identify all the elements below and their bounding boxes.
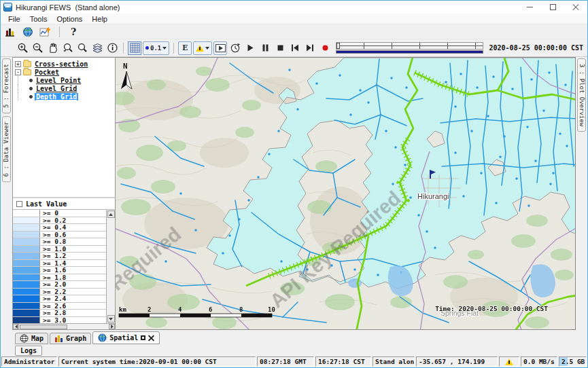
zoom-out-icon [32, 42, 44, 54]
menu-item[interactable]: Help [87, 15, 112, 23]
tree-row[interactable]: - Pocket [14, 68, 115, 76]
hscroll-thumb[interactable] [20, 325, 67, 329]
title-bar: Hikurangi FEWS (Stand alone) [1, 1, 587, 14]
menu-item[interactable]: Tools [25, 15, 52, 23]
scroll-down-button[interactable] [107, 315, 115, 323]
close-button[interactable] [564, 1, 587, 14]
skip-to-end-button[interactable] [303, 41, 317, 55]
zoom-next-button[interactable] [75, 41, 89, 55]
tab-graph[interactable]: Graph [50, 333, 91, 344]
zoom-out-button[interactable] [31, 41, 44, 55]
legend-row[interactable]: >= 2.8 [13, 310, 106, 317]
tab-map-label: Map [31, 335, 44, 342]
tree-row[interactable]: Level Grid [14, 84, 115, 92]
maximize-button[interactable] [541, 1, 564, 14]
skip-to-start-button[interactable] [288, 41, 302, 55]
legend-color-swatch [13, 317, 40, 324]
undock-tab-icon[interactable] [141, 335, 145, 340]
timeseries-button[interactable] [39, 25, 52, 39]
legend-color-swatch [13, 267, 40, 274]
layers-button[interactable] [90, 41, 104, 55]
legend-color-swatch [13, 224, 40, 231]
tree-node-label[interactable]: Level Point [35, 77, 82, 84]
layers-panel: + Cross-section - Pocket Level P [12, 57, 116, 330]
zoom-in-button[interactable] [16, 41, 29, 55]
menu-item[interactable]: File [3, 15, 25, 23]
expander-collapsed-icon[interactable]: + [15, 61, 21, 67]
warning-triangle-icon[interactable] [505, 358, 513, 365]
legend-row[interactable]: >= 3.0 [13, 317, 106, 324]
play-button[interactable] [243, 41, 257, 55]
time-slider[interactable] [336, 41, 483, 56]
help-button[interactable]: ? [67, 25, 80, 39]
record-icon [322, 44, 329, 52]
time-slider-handle[interactable] [336, 43, 340, 49]
bar-chart-icon [5, 26, 16, 37]
logs-panel-tab[interactable]: Logs [15, 346, 42, 356]
dock-tab[interactable]: 6 : Data Viewer [2, 116, 11, 182]
record-button[interactable] [318, 41, 332, 55]
scroll-left-button[interactable] [13, 324, 19, 329]
legend-hscrollbar[interactable] [13, 323, 115, 329]
legend-row-label: >= 1.4 [40, 260, 106, 267]
explorer-button[interactable] [3, 25, 17, 39]
labels-toggle[interactable]: E [178, 41, 192, 55]
legend-row[interactable]: >= 2.0 [13, 281, 106, 289]
legend-row[interactable]: >= 1.6 [13, 267, 106, 274]
left-tab-strip: 5 : Forecast6 : Data Viewer [1, 57, 12, 356]
tab-map[interactable]: Map [15, 333, 48, 344]
stop-button[interactable] [273, 41, 287, 55]
pan-button[interactable] [46, 41, 59, 55]
tree-node-label[interactable]: Pocket [33, 69, 60, 76]
animation-panel-button[interactable] [213, 41, 227, 55]
info-button[interactable] [105, 41, 119, 55]
tab-spatial[interactable]: Spatial [92, 331, 160, 344]
spatial-map-canvas[interactable]: API Key Required API Key Required Hikura… [116, 58, 576, 330]
arrow-left-icon [15, 325, 18, 329]
legend-row[interactable]: >= 0 [13, 210, 106, 217]
spatial-display-button[interactable] [21, 25, 35, 39]
zoom-in-icon [17, 42, 29, 54]
animation-settings-button[interactable] [228, 41, 242, 55]
north-label: N [123, 62, 128, 71]
legend-row[interactable]: >= 0.4 [13, 224, 106, 232]
zoom-previous-button[interactable] [60, 41, 74, 55]
close-tab-icon[interactable] [148, 335, 154, 341]
legend-color-swatch [13, 260, 40, 267]
tree-row[interactable]: Depth Grid [14, 92, 115, 100]
scroll-up-button[interactable] [107, 210, 115, 218]
tree-node-label[interactable]: Cross-section [33, 60, 89, 68]
legend-row[interactable]: >= 2.4 [13, 295, 106, 303]
legend-row[interactable]: >= 0.8 [13, 238, 106, 246]
minimize-button[interactable] [518, 1, 541, 14]
tab-graph-label: Graph [66, 335, 86, 342]
last-value-checkbox[interactable] [16, 201, 22, 207]
tree-node-label[interactable]: Level Grid [35, 85, 78, 92]
menu-item[interactable]: Options [52, 15, 87, 23]
pause-button[interactable] [258, 41, 272, 55]
status-gmt-time: 08:27:18 GMT [257, 356, 314, 367]
legend-row[interactable]: >= 1.2 [13, 253, 106, 260]
minimize-icon [527, 7, 533, 7]
expander-expanded-icon[interactable]: - [15, 69, 21, 75]
boxed-play-icon [215, 44, 226, 52]
layer-tree: + Cross-section - Pocket Level P [13, 58, 115, 198]
time-slider-track[interactable] [336, 42, 483, 50]
scale-tick: 4 [178, 306, 182, 313]
grid-display-toggle[interactable] [128, 41, 141, 55]
tree-node-label-selected[interactable]: Depth Grid [35, 93, 78, 100]
tree-row[interactable]: Level Point [14, 76, 115, 84]
legend-color-swatch [13, 217, 40, 224]
legend-scrollbar[interactable] [106, 210, 115, 323]
dock-tab[interactable]: 5 : Forecast [2, 58, 11, 113]
tree-row[interactable]: + Cross-section [14, 60, 115, 68]
town-label: Hikurangi [417, 192, 449, 200]
threshold-dropdown[interactable]: 0.1 [143, 41, 169, 55]
scale-unit: km [119, 306, 126, 313]
dock-tab[interactable]: 3 : Plot Overview [577, 58, 586, 132]
threshold-dot-icon [145, 46, 149, 50]
map-time-label: Time: 2020-08-25 00:00:00 CST [435, 305, 548, 312]
scroll-right-button[interactable] [109, 324, 115, 329]
warning-dropdown[interactable] [193, 41, 212, 55]
globe-wire-icon [20, 334, 29, 343]
